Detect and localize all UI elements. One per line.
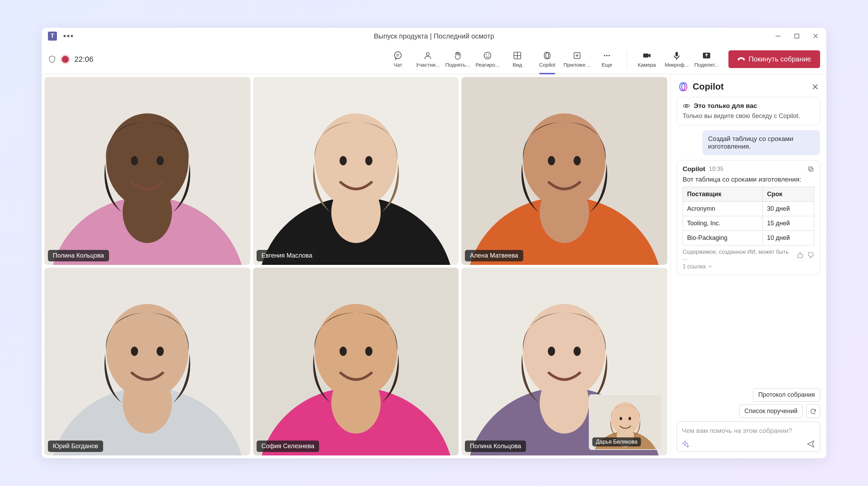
- privacy-shield-icon[interactable]: [48, 55, 56, 64]
- more-button[interactable]: Еще: [593, 48, 621, 71]
- apps-button[interactable]: Приложен...: [563, 48, 591, 71]
- copilot-intro: Вот таблица со сроками изготовления:: [683, 176, 814, 183]
- svg-point-53: [315, 304, 397, 399]
- self-view-pip[interactable]: Дарья Белякова: [589, 394, 662, 450]
- svg-rect-74: [808, 167, 812, 170]
- copilot-input[interactable]: [682, 427, 815, 435]
- svg-point-4: [394, 52, 401, 59]
- minimize-icon[interactable]: [774, 32, 783, 41]
- info-text: Только вы видите свою беседу с Copilot.: [683, 112, 814, 120]
- suggestion-chip[interactable]: Протокол собрания: [753, 388, 820, 402]
- svg-point-35: [315, 114, 397, 208]
- people-button[interactable]: Участни...: [414, 48, 442, 71]
- thumbs-up-icon[interactable]: [797, 252, 804, 259]
- svg-point-43: [574, 156, 581, 166]
- svg-point-41: [523, 114, 606, 208]
- copilot-composer: [677, 421, 820, 452]
- suggestion-chip[interactable]: Список поручений: [739, 404, 803, 418]
- mic-button[interactable]: Микроф...: [662, 48, 691, 71]
- share-button[interactable]: Поделит...: [692, 48, 721, 71]
- meeting-timer: 22:06: [74, 55, 93, 64]
- more-label: Еще: [602, 62, 612, 68]
- maximize-icon[interactable]: [792, 32, 801, 41]
- mic-label: Микроф...: [665, 62, 689, 68]
- mic-icon: [672, 51, 682, 60]
- ai-disclaimer: Содержимое, созданное ИИ, может быть ...: [683, 249, 793, 261]
- eye-icon: [683, 102, 690, 110]
- svg-rect-23: [676, 52, 678, 57]
- share-icon: [702, 51, 711, 60]
- copilot-panel: Copilot Это только для вас Только вы вид…: [670, 74, 826, 458]
- svg-point-72: [685, 105, 687, 107]
- copilot-response: Copilot 10:35 Вот таблица со сроками изг…: [677, 160, 820, 275]
- svg-rect-22: [643, 53, 649, 58]
- video-tile[interactable]: Юрий Богданов: [44, 268, 250, 455]
- app-window: T ••• Выпуск продукта | Последний осмотр…: [42, 28, 826, 458]
- svg-point-55: [365, 347, 373, 356]
- svg-point-59: [523, 304, 606, 399]
- svg-point-10: [488, 55, 489, 56]
- content-area: Полина Кольцова Евгения Маслова Алена Ма…: [42, 74, 826, 458]
- svg-point-49: [157, 347, 164, 356]
- video-tile[interactable]: Полина Кольцова: [44, 77, 250, 265]
- references-toggle[interactable]: 1 ссылка: [683, 263, 814, 270]
- raise-hand-label: Поднять...: [445, 62, 470, 68]
- participant-name: Дарья Белякова: [592, 437, 641, 446]
- copilot-button[interactable]: Copilot: [533, 48, 561, 71]
- private-info-card: Это только для вас Только вы видите свою…: [677, 97, 820, 125]
- video-tile[interactable]: Полина Кольцова Дарья Белякова: [461, 268, 667, 455]
- react-button[interactable]: Реагиро...: [473, 48, 502, 71]
- video-tile[interactable]: Алена Матвеева: [461, 77, 667, 265]
- table-header: Срок: [763, 187, 814, 202]
- svg-point-21: [609, 55, 610, 56]
- table-row: Bio-Packaging10 дней: [683, 231, 814, 245]
- recording-indicator-icon: [62, 56, 69, 63]
- svg-point-30: [131, 156, 138, 166]
- leave-button[interactable]: Покинуть собрание: [728, 50, 820, 68]
- svg-point-66: [620, 417, 622, 420]
- svg-point-42: [548, 156, 555, 166]
- participant-name: Полина Кольцова: [465, 441, 526, 452]
- chat-icon: [393, 51, 403, 60]
- table-row: Acronymn30 дней: [683, 202, 814, 216]
- svg-point-61: [574, 347, 581, 356]
- chevron-down-icon: [708, 264, 712, 269]
- svg-rect-1: [795, 34, 799, 38]
- thumbs-down-icon[interactable]: [807, 252, 814, 259]
- sparkle-icon[interactable]: [682, 440, 690, 448]
- svg-point-47: [106, 304, 189, 399]
- people-icon: [423, 51, 433, 60]
- meeting-toolbar: 22:06 Чат Участни... Поднять... Реагиро.…: [42, 44, 826, 74]
- copilot-icon: [542, 51, 552, 60]
- copy-icon[interactable]: [807, 166, 814, 173]
- video-tile[interactable]: София Селезнева: [253, 268, 459, 455]
- close-icon[interactable]: [811, 32, 820, 41]
- teams-app-icon: T: [48, 32, 57, 41]
- svg-point-31: [157, 156, 164, 166]
- more-icon: [602, 51, 612, 60]
- view-button[interactable]: Вид: [503, 48, 532, 71]
- copilot-close-icon[interactable]: [812, 83, 819, 90]
- svg-point-67: [628, 417, 631, 420]
- raise-hand-button[interactable]: Поднять...: [443, 48, 472, 71]
- copilot-sender: Copilot: [683, 165, 705, 173]
- phone-icon: [736, 54, 746, 65]
- svg-point-29: [106, 114, 189, 208]
- svg-point-60: [548, 347, 555, 356]
- titlebar-more-icon[interactable]: •••: [63, 31, 74, 41]
- svg-point-20: [606, 55, 608, 56]
- svg-point-54: [340, 347, 347, 356]
- leave-label: Покинуть собрание: [749, 55, 811, 63]
- video-tile[interactable]: Евгения Маслова: [253, 77, 459, 265]
- camera-button[interactable]: Камера: [633, 48, 661, 71]
- svg-point-36: [340, 156, 347, 166]
- participant-name: Полина Кольцова: [48, 250, 109, 261]
- svg-point-9: [486, 55, 487, 56]
- refresh-suggestions-button[interactable]: [806, 404, 820, 418]
- send-icon[interactable]: [807, 440, 815, 448]
- copilot-label: Copilot: [539, 62, 556, 68]
- table-row: Tooling, Inc.15 дней: [683, 216, 814, 231]
- chat-button[interactable]: Чат: [384, 48, 412, 71]
- svg-point-8: [484, 52, 491, 59]
- svg-rect-73: [810, 168, 813, 171]
